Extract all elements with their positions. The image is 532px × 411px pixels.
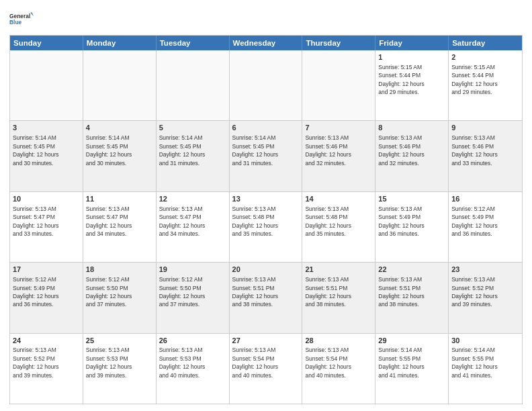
cell-info: Sunrise: 5:14 AM Sunset: 5:45 PM Dayligh… [86,134,132,166]
calendar-cell-row3-col5: 22Sunrise: 5:13 AM Sunset: 5:51 PM Dayli… [375,263,449,332]
weekday-header-wednesday: Wednesday [230,36,303,50]
calendar-cell-row3-col0: 17Sunrise: 5:12 AM Sunset: 5:49 PM Dayli… [10,263,83,332]
day-number: 7 [305,123,372,133]
cell-info: Sunrise: 5:14 AM Sunset: 5:55 PM Dayligh… [378,347,425,378]
calendar-cell-row4-col4: 28Sunrise: 5:13 AM Sunset: 5:54 PM Dayli… [302,334,375,404]
day-number: 20 [232,265,300,275]
calendar-cell-row0-col1 [83,50,157,120]
cell-info: Sunrise: 5:13 AM Sunset: 5:48 PM Dayligh… [305,205,351,237]
logo-svg: General Blue [9,7,34,31]
calendar-cell-row1-col1: 4Sunrise: 5:14 AM Sunset: 5:45 PM Daylig… [83,121,157,191]
calendar-row-1: 3Sunrise: 5:14 AM Sunset: 5:45 PM Daylig… [10,120,522,191]
weekday-header-saturday: Saturday [449,36,522,50]
calendar-row-0: 1Sunrise: 5:15 AM Sunset: 5:44 PM Daylig… [10,50,522,120]
weekday-header-friday: Friday [375,36,449,50]
day-number: 5 [159,123,226,133]
calendar-cell-row2-col1: 11Sunrise: 5:13 AM Sunset: 5:47 PM Dayli… [83,192,157,262]
weekday-header-sunday: Sunday [10,36,83,50]
calendar-cell-row4-col3: 27Sunrise: 5:13 AM Sunset: 5:54 PM Dayli… [230,334,303,404]
day-number: 15 [378,194,445,204]
calendar-cell-row0-col0 [10,50,83,120]
calendar-body: 1Sunrise: 5:15 AM Sunset: 5:44 PM Daylig… [10,50,522,404]
cell-info: Sunrise: 5:13 AM Sunset: 5:54 PM Dayligh… [305,347,351,378]
page: General Blue SundayMondayTuesdayWednesda… [0,0,532,411]
day-number: 8 [378,123,445,133]
calendar-cell-row2-col0: 10Sunrise: 5:13 AM Sunset: 5:47 PM Dayli… [10,192,83,262]
cell-info: Sunrise: 5:12 AM Sunset: 5:50 PM Dayligh… [159,276,206,308]
weekday-header-monday: Monday [83,36,157,50]
calendar-cell-row4-col0: 24Sunrise: 5:13 AM Sunset: 5:52 PM Dayli… [10,334,83,404]
day-number: 29 [378,336,445,346]
cell-info: Sunrise: 5:13 AM Sunset: 5:51 PM Dayligh… [378,276,425,308]
cell-info: Sunrise: 5:13 AM Sunset: 5:49 PM Dayligh… [378,205,425,237]
calendar: SundayMondayTuesdayWednesdayThursdayFrid… [9,35,523,404]
day-number: 19 [159,265,226,275]
calendar-row-3: 17Sunrise: 5:12 AM Sunset: 5:49 PM Dayli… [10,262,522,332]
cell-info: Sunrise: 5:13 AM Sunset: 5:53 PM Dayligh… [86,347,132,378]
calendar-cell-row3-col3: 20Sunrise: 5:13 AM Sunset: 5:51 PM Dayli… [230,263,303,332]
day-number: 28 [305,336,372,346]
cell-info: Sunrise: 5:13 AM Sunset: 5:47 PM Dayligh… [13,205,59,237]
svg-text:Blue: Blue [9,19,22,26]
calendar-cell-row3-col2: 19Sunrise: 5:12 AM Sunset: 5:50 PM Dayli… [157,263,230,332]
calendar-cell-row4-col1: 25Sunrise: 5:13 AM Sunset: 5:53 PM Dayli… [83,334,157,404]
day-number: 13 [232,194,300,204]
day-number: 21 [305,265,372,275]
cell-info: Sunrise: 5:15 AM Sunset: 5:44 PM Dayligh… [378,64,425,95]
cell-info: Sunrise: 5:13 AM Sunset: 5:52 PM Dayligh… [13,347,59,378]
day-number: 2 [451,52,519,62]
calendar-cell-row0-col4 [302,50,375,120]
calendar-cell-row1-col5: 8Sunrise: 5:13 AM Sunset: 5:46 PM Daylig… [375,121,449,191]
cell-info: Sunrise: 5:13 AM Sunset: 5:54 PM Dayligh… [232,347,279,378]
cell-info: Sunrise: 5:14 AM Sunset: 5:45 PM Dayligh… [159,134,206,166]
day-number: 30 [451,336,519,346]
calendar-cell-row3-col6: 23Sunrise: 5:13 AM Sunset: 5:52 PM Dayli… [449,263,522,332]
cell-info: Sunrise: 5:13 AM Sunset: 5:51 PM Dayligh… [305,276,351,308]
calendar-cell-row4-col6: 30Sunrise: 5:14 AM Sunset: 5:55 PM Dayli… [449,334,522,404]
calendar-cell-row2-col6: 16Sunrise: 5:12 AM Sunset: 5:49 PM Dayli… [449,192,522,262]
calendar-cell-row1-col3: 6Sunrise: 5:14 AM Sunset: 5:45 PM Daylig… [230,121,303,191]
day-number: 26 [159,336,226,346]
calendar-cell-row0-col2 [157,50,230,120]
calendar-cell-row4-col5: 29Sunrise: 5:14 AM Sunset: 5:55 PM Dayli… [375,334,449,404]
calendar-cell-row0-col3 [230,50,303,120]
calendar-cell-row2-col3: 13Sunrise: 5:13 AM Sunset: 5:48 PM Dayli… [230,192,303,262]
cell-info: Sunrise: 5:13 AM Sunset: 5:46 PM Dayligh… [378,134,425,166]
calendar-cell-row3-col1: 18Sunrise: 5:12 AM Sunset: 5:50 PM Dayli… [83,263,157,332]
day-number: 18 [86,265,153,275]
day-number: 9 [451,123,519,133]
weekday-header-thursday: Thursday [302,36,375,50]
cell-info: Sunrise: 5:14 AM Sunset: 5:55 PM Dayligh… [451,347,498,378]
day-number: 11 [86,194,153,204]
cell-info: Sunrise: 5:13 AM Sunset: 5:47 PM Dayligh… [159,205,206,237]
calendar-cell-row2-col2: 12Sunrise: 5:13 AM Sunset: 5:47 PM Dayli… [157,192,230,262]
cell-info: Sunrise: 5:13 AM Sunset: 5:46 PM Dayligh… [451,134,498,166]
cell-info: Sunrise: 5:13 AM Sunset: 5:51 PM Dayligh… [232,276,279,308]
logo: General Blue [9,7,34,31]
calendar-cell-row2-col5: 15Sunrise: 5:13 AM Sunset: 5:49 PM Dayli… [375,192,449,262]
cell-info: Sunrise: 5:13 AM Sunset: 5:52 PM Dayligh… [451,276,498,308]
cell-info: Sunrise: 5:12 AM Sunset: 5:49 PM Dayligh… [451,205,498,237]
cell-info: Sunrise: 5:13 AM Sunset: 5:53 PM Dayligh… [159,347,206,378]
day-number: 6 [232,123,300,133]
calendar-cell-row2-col4: 14Sunrise: 5:13 AM Sunset: 5:48 PM Dayli… [302,192,375,262]
svg-text:General: General [9,13,30,19]
day-number: 4 [86,123,153,133]
svg-marker-2 [30,12,34,16]
cell-info: Sunrise: 5:12 AM Sunset: 5:50 PM Dayligh… [86,276,132,308]
calendar-cell-row0-col5: 1Sunrise: 5:15 AM Sunset: 5:44 PM Daylig… [375,50,449,120]
day-number: 14 [305,194,372,204]
day-number: 10 [13,194,80,204]
day-number: 16 [451,194,519,204]
day-number: 12 [159,194,226,204]
day-number: 27 [232,336,300,346]
cell-info: Sunrise: 5:12 AM Sunset: 5:49 PM Dayligh… [13,276,59,308]
cell-info: Sunrise: 5:14 AM Sunset: 5:45 PM Dayligh… [13,134,59,166]
cell-info: Sunrise: 5:15 AM Sunset: 5:44 PM Dayligh… [451,64,498,95]
calendar-cell-row1-col0: 3Sunrise: 5:14 AM Sunset: 5:45 PM Daylig… [10,121,83,191]
calendar-cell-row4-col2: 26Sunrise: 5:13 AM Sunset: 5:53 PM Dayli… [157,334,230,404]
calendar-cell-row1-col4: 7Sunrise: 5:13 AM Sunset: 5:46 PM Daylig… [302,121,375,191]
calendar-row-2: 10Sunrise: 5:13 AM Sunset: 5:47 PM Dayli… [10,191,522,262]
cell-info: Sunrise: 5:13 AM Sunset: 5:46 PM Dayligh… [305,134,351,166]
weekday-header-tuesday: Tuesday [157,36,230,50]
